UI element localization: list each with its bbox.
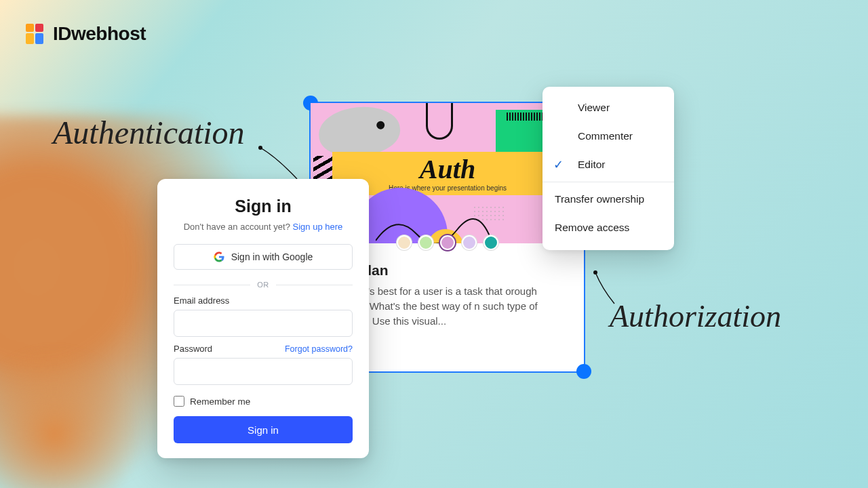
leader-line bbox=[258, 145, 311, 183]
palette-swatch[interactable] bbox=[462, 235, 477, 250]
role-option-viewer[interactable]: ✓Viewer bbox=[542, 94, 674, 122]
google-icon bbox=[214, 251, 224, 262]
email-field[interactable] bbox=[174, 310, 353, 337]
palette-swatch[interactable] bbox=[484, 235, 498, 250]
signin-card: Sign in Don't have an account yet? Sign … bbox=[157, 179, 369, 458]
color-palette bbox=[311, 235, 584, 250]
email-label: Email address bbox=[174, 296, 353, 306]
signin-submit-button[interactable]: Sign in bbox=[174, 416, 353, 443]
role-menu: ✓Viewer✓Commenter✓EditorTransfer ownersh… bbox=[542, 87, 674, 250]
palette-swatch[interactable] bbox=[397, 235, 412, 250]
logo-mark-icon bbox=[26, 24, 46, 44]
role-option-commenter[interactable]: ✓Commenter bbox=[542, 122, 674, 150]
palette-swatch[interactable] bbox=[440, 235, 455, 250]
password-label: Password bbox=[174, 344, 212, 354]
logo-text: IDwebhost bbox=[53, 23, 146, 45]
signin-title: Sign in bbox=[174, 197, 353, 216]
authentication-label: Authentication bbox=[53, 114, 245, 151]
role-option-editor[interactable]: ✓Editor bbox=[542, 150, 674, 179]
signup-link[interactable]: Sign up here bbox=[293, 222, 343, 232]
password-field[interactable] bbox=[174, 358, 353, 385]
menu-action-transfer-ownership[interactable]: Transfer ownership bbox=[542, 185, 674, 214]
remember-me-checkbox[interactable] bbox=[174, 396, 184, 407]
remember-me-label: Remember me bbox=[190, 396, 250, 407]
slide-title: Auth bbox=[420, 156, 475, 183]
no-account-text: Don't have an account yet? bbox=[184, 222, 290, 232]
authorization-label: Authorization bbox=[610, 298, 781, 334]
check-icon: ✓ bbox=[553, 157, 564, 172]
palette-swatch[interactable] bbox=[418, 235, 433, 250]
svg-point-1 bbox=[593, 270, 597, 274]
remember-me-row[interactable]: Remember me bbox=[174, 396, 353, 407]
brand-logo: IDwebhost bbox=[26, 23, 146, 45]
forgot-password-link[interactable]: Forgot password? bbox=[285, 344, 353, 354]
google-button-label: Sign in with Google bbox=[231, 251, 313, 262]
signin-subtext: Don't have an account yet? Sign up here bbox=[174, 222, 353, 232]
selection-handle[interactable] bbox=[576, 364, 591, 379]
divider-or: OR bbox=[174, 281, 353, 289]
background-blob bbox=[0, 346, 142, 488]
